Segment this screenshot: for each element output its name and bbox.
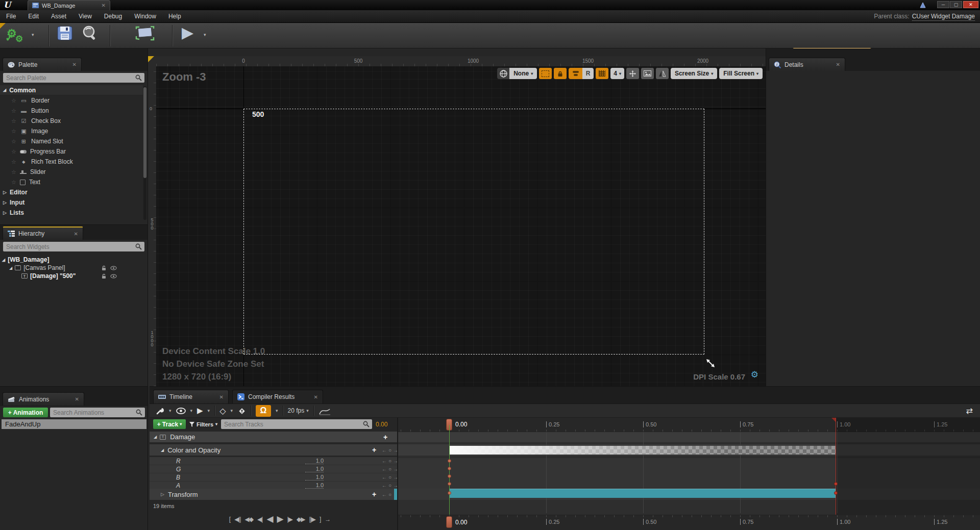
palette-item[interactable]: ☆ Named Slot [0,136,143,146]
parent-class-value[interactable]: CUser Widget Damage [912,13,975,21]
hierarchy-search-input[interactable] [3,242,135,251]
lock-icon[interactable] [101,273,107,279]
favorite-star-icon[interactable]: ☆ [11,128,16,135]
favorite-star-icon[interactable]: ☆ [11,169,16,175]
tracks-search[interactable] [221,419,372,429]
palette-item[interactable]: ☆ Rich Text Block [0,157,143,167]
palette-scrollbar-thumb[interactable] [143,87,146,178]
keyframe-navigation[interactable]: ←○→ [382,474,398,480]
jump-to-start-button[interactable]: ◀|| [234,516,240,523]
set-playback-end-button[interactable]: ] [320,516,321,523]
channel-row[interactable]: G 1.0 ←○→ [150,465,397,473]
keyframe-a[interactable] [448,482,451,486]
sequence-end-line[interactable] [836,418,836,530]
tab-close-icon[interactable]: ✕ [836,62,840,67]
palette-search-input[interactable] [3,73,135,83]
tree-node-damage-text[interactable]: T [Damage] "500" [21,272,142,280]
damage-text-widget[interactable]: 500 [252,110,264,118]
palette-section-collapsed[interactable]: ▷ Editor [0,187,143,197]
close-button[interactable]: ✕ [963,1,978,8]
expander-collapsed-icon[interactable]: ▷ [3,200,7,205]
menu-item[interactable]: Help [162,13,187,20]
menu-item[interactable]: Edit [22,13,45,20]
expander-collapsed-icon[interactable]: ▷ [161,492,164,497]
filters-dropdown[interactable]: Filters ▾ [189,421,217,427]
timeline-tab[interactable]: Timeline ✕ [153,390,229,403]
next-key-button[interactable]: ◆▶ [297,516,305,523]
expander-icon[interactable]: ◢ [161,448,164,452]
chevron-down-icon[interactable]: ▾ [208,408,210,413]
screen-size-dropdown[interactable]: Screen Size ▾ [671,68,717,79]
palette-item[interactable]: ☆ Slider [0,167,143,177]
add-section-plus-icon[interactable]: + [383,433,387,441]
animation-list-item[interactable]: FadeAndUp [2,419,146,429]
hierarchy-tab[interactable]: Hierarchy ✕ [3,226,83,240]
sequencer-track-area[interactable]: 0.250.500.751.001.25 0.00 0.250.500.751.… [398,418,980,530]
snapping-magnet-button[interactable]: Ω [256,405,271,417]
chevron-down-icon[interactable]: ▾ [276,408,278,413]
chevron-down-icon[interactable]: ▾ [169,408,172,413]
flag-preview-dropdown[interactable]: None ▾ [509,68,537,79]
favorite-star-icon[interactable]: ☆ [11,118,16,124]
expander-collapsed-icon[interactable]: ▷ [3,210,7,215]
menu-item[interactable]: Debug [98,13,128,20]
play-forward-button[interactable]: ▶ [277,514,283,524]
keyframe-b[interactable] [448,474,451,478]
menu-item[interactable]: Window [128,13,162,20]
details-tab[interactable]: i Details ✕ [769,58,845,71]
palette-item[interactable]: ☆ Border [0,95,143,106]
menu-item[interactable]: View [72,13,98,20]
compiler-results-tab[interactable]: Compiler Results ✕ [232,390,323,403]
view-options-eye-icon[interactable] [176,408,186,414]
favorite-star-icon[interactable]: ☆ [11,148,16,155]
animations-search[interactable] [50,408,145,417]
grid-snapping-button[interactable] [596,68,608,79]
set-playback-start-button[interactable]: [ [229,516,230,523]
palette-section-common[interactable]: ◢ Common [0,85,143,95]
expander-collapsed-icon[interactable]: ▷ [3,190,7,195]
design-area-outline[interactable] [243,109,704,355]
palette-item[interactable]: ☆ Check Box [0,116,143,126]
fill-screen-dropdown[interactable]: Fill Screen ▾ [719,68,763,79]
tab-close-icon[interactable]: ✕ [72,62,77,67]
track-group-damage[interactable]: ◢ T Damage + [150,432,397,442]
palette-tab[interactable]: Palette ✕ [3,58,82,71]
palette-scrollbar[interactable] [143,86,146,220]
color-and-opacity-section-bar[interactable] [449,446,836,455]
palette-item[interactable]: ☆ Progress Bar [0,146,143,157]
keyframe-r[interactable] [448,459,451,463]
channel-value[interactable]: 1.0 [305,466,324,472]
tree-node-canvas-panel[interactable]: ◢ ▔ [Canvas Panel] [9,264,142,272]
compile-gear-icon[interactable]: ⚙⚙✓ [7,27,17,40]
track-color-and-opacity[interactable]: ◢ Color and Opacity + ←○→ [150,444,397,456]
anchor-medal-icon[interactable] [569,68,582,79]
menu-item[interactable]: Asset [45,13,72,20]
tree-node-root[interactable]: ◢ [WB_Damage] [2,256,50,264]
tab-close-icon[interactable]: ✕ [75,396,79,402]
keyframe-navigation[interactable]: ←○→ [382,447,398,453]
preview-background-image-button[interactable] [641,68,654,79]
channel-row[interactable]: R 1.0 ←○→ [150,457,397,465]
keyframe-a-end[interactable] [834,482,838,486]
add-animation-button[interactable]: + Animation [3,408,48,417]
animations-search-input[interactable] [50,408,136,417]
jump-to-end-button[interactable]: ||▶ [309,516,315,523]
palette-section-collapsed[interactable]: ▷ Input [0,197,143,208]
tab-close-icon[interactable]: ✕ [219,394,224,400]
lock-icon[interactable] [101,265,107,271]
favorite-star-icon[interactable]: ☆ [11,97,16,104]
dpi-settings-gear-icon[interactable]: ⚙ [751,369,758,380]
curve-editor-icon[interactable] [318,407,331,415]
playhead-marker-bottom[interactable] [446,516,452,528]
palette-search[interactable] [3,73,144,83]
favorite-star-icon[interactable]: ☆ [11,179,16,186]
palette-item[interactable]: ☆ Text [0,177,143,187]
channel-row[interactable]: B 1.0 ←○→ [150,473,397,482]
keyframe-navigation[interactable]: ←○→ [382,483,398,488]
keyframe-navigation[interactable]: ←○→ [382,458,398,464]
expander-icon[interactable]: ◢ [3,88,6,92]
play-options-caret-icon[interactable]: ▾ [204,32,206,37]
keyframe-transform-start[interactable] [448,491,451,495]
previous-key-button[interactable]: ◀◆ [245,516,253,523]
keyframe-options-diamond-icon[interactable]: ◇ [219,406,226,416]
